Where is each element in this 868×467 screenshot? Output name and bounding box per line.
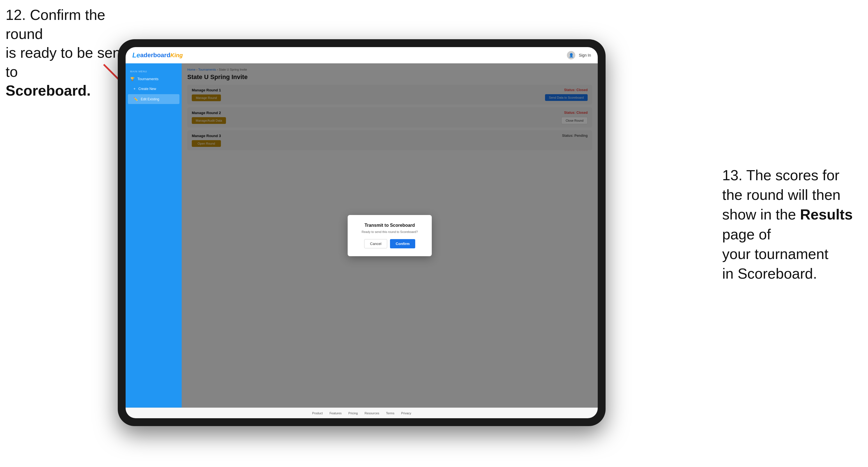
sidebar-item-edit-existing[interactable]: ✏️ Edit Existing xyxy=(128,94,180,104)
logo-bracket: Le xyxy=(132,51,140,59)
sidebar-tournaments-label: Tournaments xyxy=(137,77,158,81)
footer-resources[interactable]: Resources xyxy=(365,411,379,415)
page-area: Home › Tournaments › State U Spring Invi… xyxy=(182,63,598,408)
sidebar-edit-label: Edit Existing xyxy=(141,97,159,101)
main-content: MAIN MENU 🏆 Tournaments + Create New ✏️ … xyxy=(126,63,598,408)
annotation-right: 13. The scores for the round will then s… xyxy=(722,165,862,283)
footer-features[interactable]: Features xyxy=(330,411,341,415)
sidebar-create-label: Create New xyxy=(138,87,156,91)
footer: Product Features Pricing Resources Terms… xyxy=(126,408,598,418)
tablet-device: Le aderboard King 👤 Sign In MAIN MENU 🏆 … xyxy=(118,39,606,426)
confirm-button[interactable]: Confirm xyxy=(390,239,415,248)
transmit-modal: Transmit to Scoreboard Ready to send thi… xyxy=(348,215,432,256)
modal-subtitle: Ready to send this round to Scoreboard? xyxy=(356,230,423,234)
sidebar: MAIN MENU 🏆 Tournaments + Create New ✏️ … xyxy=(126,63,182,408)
modal-title: Transmit to Scoreboard xyxy=(356,223,423,228)
plus-icon: + xyxy=(133,87,136,91)
logo-middle: aderboard xyxy=(140,52,170,59)
trophy-icon: 🏆 xyxy=(130,77,134,81)
footer-pricing[interactable]: Pricing xyxy=(348,411,358,415)
footer-privacy[interactable]: Privacy xyxy=(401,411,411,415)
modal-overlay: Transmit to Scoreboard Ready to send thi… xyxy=(182,63,598,408)
cancel-button[interactable]: Cancel xyxy=(364,239,387,248)
footer-terms[interactable]: Terms xyxy=(386,411,395,415)
avatar: 👤 xyxy=(567,51,575,59)
sidebar-item-tournaments[interactable]: 🏆 Tournaments xyxy=(126,74,182,84)
modal-buttons: Cancel Confirm xyxy=(356,239,423,248)
sign-in-button[interactable]: Sign In xyxy=(579,53,591,58)
sidebar-section-label: MAIN MENU xyxy=(126,68,182,74)
footer-product[interactable]: Product xyxy=(312,411,323,415)
logo-area: Le aderboard King xyxy=(132,51,183,59)
top-nav: Le aderboard King 👤 Sign In xyxy=(126,47,598,63)
logo-king: King xyxy=(170,52,183,59)
nav-right: 👤 Sign In xyxy=(567,51,591,59)
edit-icon: ✏️ xyxy=(133,97,138,101)
tablet-screen: Le aderboard King 👤 Sign In MAIN MENU 🏆 … xyxy=(126,47,598,418)
sidebar-item-create-new[interactable]: + Create New xyxy=(126,84,182,94)
